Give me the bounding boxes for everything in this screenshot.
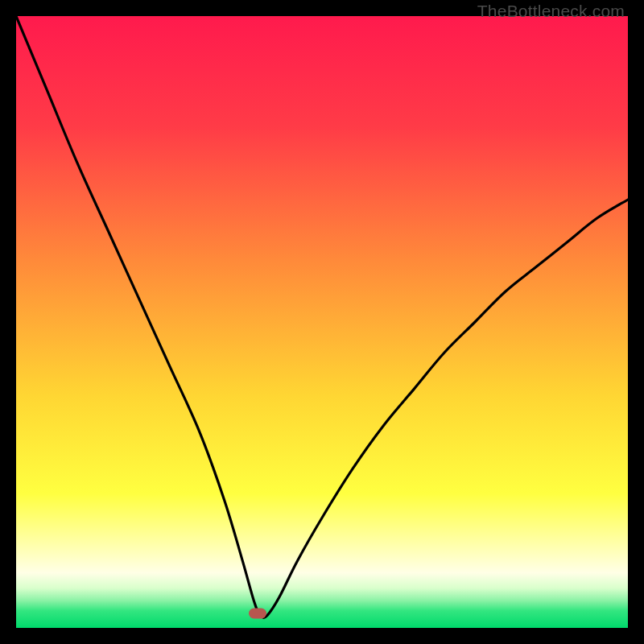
watermark-text: TheBottleneck.com: [477, 2, 625, 21]
minimum-marker: [249, 608, 266, 618]
chart-frame: TheBottleneck.com: [0, 0, 644, 644]
plot-area: [16, 16, 628, 628]
bottleneck-curve: [16, 16, 628, 628]
